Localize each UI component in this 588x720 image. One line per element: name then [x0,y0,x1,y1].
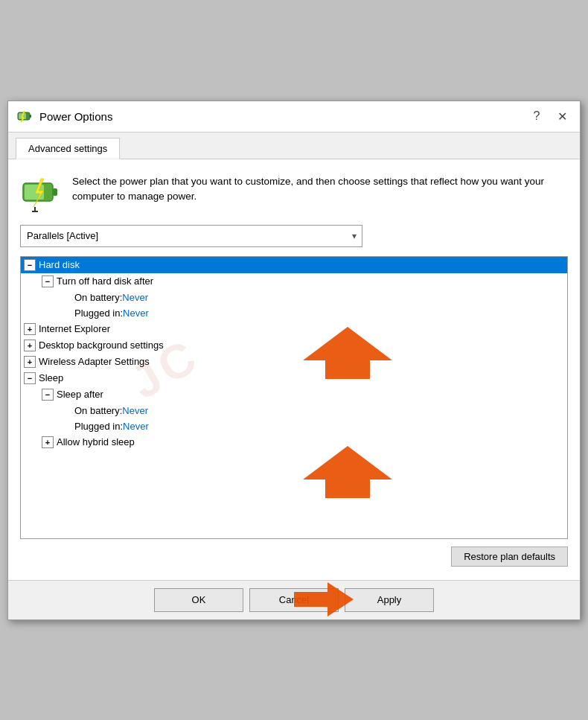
tree-expander[interactable]: − [42,275,54,287]
tree-item-label: Turn off hard disk after [57,275,153,287]
tree-item-value[interactable]: Never [123,421,149,432]
svg-rect-7 [53,188,57,196]
dialog-footer: OK Cancel Apply [8,580,580,619]
close-button[interactable]: ✕ [552,106,572,127]
help-button[interactable]: ? [526,106,547,127]
tree-item-label: Plugged in: [74,421,123,432]
tree-expander[interactable]: − [24,372,36,384]
title-bar: Power Options ? ✕ [8,101,580,133]
tree-item-turn-off-hard-disk[interactable]: −Turn off hard disk after [21,273,567,290]
dialog-content: Select the power plan that you want to c… [8,159,580,580]
tree-item-label: Allow hybrid sleep [57,436,135,447]
tree-item-wireless-adapter[interactable]: +Wireless Adapter Settings [21,354,567,370]
tree-item-desktop-bg[interactable]: +Desktop background settings [21,337,567,354]
restore-plan-defaults-button[interactable]: Restore plan defaults [451,547,568,567]
tree-item-label: Desktop background settings [39,340,164,351]
tree-item-on-battery-1[interactable]: On battery: Never [21,290,567,305]
plan-dropdown-container: Parallels [Active] ▾ [20,225,568,247]
settings-tree[interactable]: JC −Hard disk−Turn off hard disk afterOn… [20,256,568,539]
ok-button[interactable]: OK [154,588,243,612]
description-text: Select the power plan that you want to c… [72,171,568,205]
tree-expander[interactable]: + [24,323,36,335]
tree-expander[interactable]: − [42,389,54,401]
window-title: Power Options [39,110,526,123]
tree-expander[interactable]: + [24,340,36,351]
tree-item-value[interactable]: Never [123,308,149,319]
tab-advanced-settings[interactable]: Advanced settings [16,138,120,159]
tree-item-value[interactable]: Never [122,292,148,303]
window-controls: ? ✕ [526,106,572,127]
battery-power-icon [20,171,62,213]
tree-item-value[interactable]: Never [122,405,148,416]
tree-wrapper: JC −Hard disk−Turn off hard disk afterOn… [20,256,568,539]
description-area: Select the power plan that you want to c… [20,171,568,213]
tree-expander[interactable]: − [24,259,36,271]
tab-bar: Advanced settings [8,133,580,159]
power-icon [16,107,33,125]
tree-item-hard-disk[interactable]: −Hard disk [21,257,567,273]
tree-item-label: On battery: [74,292,122,303]
tree-expander[interactable]: + [42,436,54,448]
tree-item-label: Plugged in: [74,308,123,319]
tree-item-plugged-in-1[interactable]: Plugged in: Never [21,305,567,321]
tree-item-internet-explorer[interactable]: +Internet Explorer [21,321,567,337]
tree-item-label: On battery: [74,405,122,416]
tree-item-label: Internet Explorer [39,323,110,334]
tree-item-sleep-after[interactable]: −Sleep after [21,386,567,403]
power-options-dialog: Power Options ? ✕ Advanced settings [7,101,581,620]
plan-dropdown-wrapper: Parallels [Active] ▾ [20,225,362,247]
tree-item-allow-hybrid-sleep[interactable]: +Allow hybrid sleep [21,434,567,450]
tree-item-label: Wireless Adapter Settings [39,356,150,367]
cancel-button[interactable]: Cancel [249,588,339,612]
svg-rect-1 [30,115,31,118]
tree-item-label: Sleep after [57,389,103,400]
tree-item-on-battery-2[interactable]: On battery: Never [21,403,567,418]
restore-btn-area: Restore plan defaults [20,547,568,567]
tree-item-plugged-in-2[interactable]: Plugged in: Never [21,418,567,434]
tree-expander[interactable]: + [24,356,36,368]
tree-item-label: Hard disk [39,259,80,270]
tree-item-sleep[interactable]: −Sleep [21,370,567,386]
apply-button[interactable]: Apply [345,588,434,612]
plan-dropdown[interactable]: Parallels [Active] [20,225,362,247]
tree-item-label: Sleep [39,372,63,383]
